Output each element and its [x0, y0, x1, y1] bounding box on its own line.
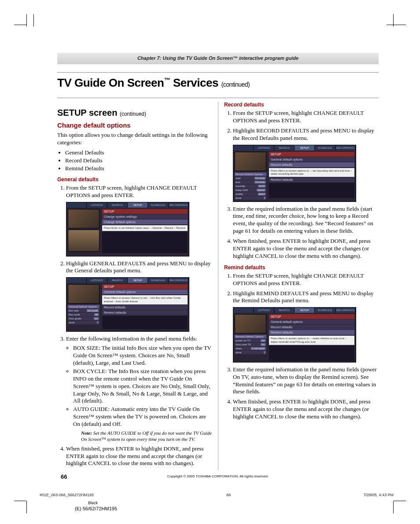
list-item: AUTO GUIDE: Automatic entry into the TV …	[73, 406, 212, 428]
panel-row: Change system settings	[102, 214, 188, 219]
step: When finished, press ENTER to highlight …	[233, 398, 379, 421]
screenshot-record-defaults: LISTINGS SEARCH SETUP SCHEDULE RECORDING…	[233, 145, 356, 202]
option-row: power on TVno	[235, 339, 266, 342]
list-item: BOX SIZE: The initial Info Box size when…	[73, 344, 212, 367]
option-row: Auto tune TVno	[235, 343, 266, 346]
section-heading: SETUP screen (continued)	[57, 108, 212, 118]
tab: SCHEDULE	[148, 278, 168, 283]
tab: LISTINGS	[254, 308, 274, 313]
step: When finished, press ENTER to highlight …	[66, 445, 212, 468]
side-label: General Default Options	[68, 305, 99, 308]
crop-mark	[394, 501, 406, 501]
note-label: Note:	[81, 430, 92, 436]
crop-mark	[14, 25, 26, 25]
tab: LISTINGS	[87, 202, 107, 208]
group-heading: Record defaults	[224, 102, 379, 108]
screenshot-remind-defaults: LISTINGS SEARCH SETUP SCHEDULE RECORDING…	[233, 307, 356, 362]
tab: LISTINGS	[254, 145, 274, 150]
crop-mark	[393, 501, 394, 513]
group-heading: General defaults	[57, 176, 212, 183]
tab	[233, 145, 254, 150]
step: Enter the following information in the p…	[66, 335, 212, 442]
panel-title: SETUP	[269, 152, 354, 157]
tab: SCHEDULE	[148, 202, 168, 208]
option-row: Box cycleall	[68, 313, 99, 316]
note: Note: Set the AUTO GUIDE to Off if you d…	[81, 430, 212, 443]
group-heading: Remind defaults	[224, 264, 379, 271]
panel-empty	[269, 346, 354, 361]
step: Highlight GENERAL DEFAULTS and press MEN…	[66, 260, 212, 275]
crop-mark	[26, 14, 27, 26]
divider	[57, 98, 379, 98]
color-separation: Black	[88, 501, 98, 505]
info-box: Press Menu to access options to: – set r…	[269, 168, 354, 177]
step: Enter the required information in the pa…	[233, 205, 379, 235]
tab: SCHEDULE	[315, 308, 335, 313]
tab: SEARCH	[274, 308, 295, 313]
thumbnail	[235, 314, 266, 333]
step: From the SETUP screen, highlight CHANGE …	[233, 110, 379, 125]
panel-row-selected: Record defaults	[269, 162, 354, 167]
trademark-icon: ™	[164, 77, 170, 84]
title-suffix: Services	[170, 76, 221, 89]
model-number: (E) 56/62/72HM195	[75, 506, 117, 511]
crop-mark	[393, 14, 394, 26]
crop-mark	[33, 14, 34, 26]
side-label: Record Default Options	[235, 172, 266, 176]
step-text: Enter the following information in the p…	[66, 335, 197, 342]
page-title: TV Guide On Screen™ Services (continued)	[57, 76, 379, 90]
option-row: endOn time	[235, 180, 266, 184]
panel-empty	[102, 316, 188, 329]
tab: SEARCH	[107, 278, 128, 283]
promo-image	[68, 230, 99, 252]
panel-row-selected: Remind defaults	[269, 330, 354, 335]
print-page: 66	[226, 493, 231, 497]
info-box: Press Menu to access Options to set: – I…	[102, 295, 188, 304]
tab: RECORDINGS	[169, 278, 189, 283]
list-item: General Defaults	[65, 149, 212, 156]
step: From the SETUP screen, highlight CHANGE …	[233, 272, 379, 287]
panel-row: General default options	[269, 157, 354, 162]
tab	[66, 202, 87, 208]
option-row: startOn time	[235, 176, 266, 180]
step: Highlight RECORD DEFAULTS and press MENU…	[233, 127, 379, 142]
divider	[57, 72, 379, 73]
note-text: Set the AUTO GUIDE to Off if you do not …	[81, 430, 212, 442]
panel-row: General default options	[269, 319, 354, 324]
tab	[66, 278, 87, 283]
copyright: Copyright © 2005 TOSHIBA CORPORATION. Al…	[57, 474, 379, 478]
panel-empty	[102, 232, 188, 253]
panel-row: Record defaults	[269, 325, 354, 330]
panel-title: SETUP	[102, 284, 188, 289]
tab-active: SETUP	[128, 278, 148, 283]
crop-mark	[387, 25, 406, 25]
option-row: Box sizeNo small	[68, 309, 99, 312]
print-date: 7/28/05, 4:43 PM	[363, 493, 394, 497]
list-item: Remind Defaults	[65, 165, 212, 172]
option-row: qualitygood	[235, 192, 266, 196]
tab-active: SETUP	[128, 202, 148, 208]
option-row: Auto guideon	[68, 317, 99, 320]
tab: SCHEDULE	[315, 145, 335, 150]
tab: RECORDINGS	[335, 145, 356, 150]
option-row: recorderVCR	[235, 184, 266, 188]
panel-row: Remind defaults	[102, 310, 188, 315]
tab-active: SETUP	[295, 308, 315, 313]
screenshot-change-default: LISTINGS SEARCH SETUP SCHEDULE RECORDING…	[66, 202, 189, 257]
section-continued: (continued)	[120, 111, 146, 117]
panel-row-selected: Change default options	[102, 220, 188, 224]
step: Enter the required information in the pa…	[233, 366, 379, 396]
tab	[233, 308, 254, 313]
list-item: Record Defaults	[65, 157, 212, 164]
side-label: Remind Default Options	[235, 335, 266, 338]
step: Highlight REMIND DEFAULTS and press MENU…	[233, 290, 379, 305]
panel-row: Remind defaults	[269, 177, 354, 182]
thumbnail	[68, 284, 99, 304]
section-main: SETUP screen	[57, 108, 120, 117]
tab: LISTINGS	[87, 278, 107, 283]
panel-row-selected: General default options	[102, 289, 188, 294]
title-main: TV Guide On Screen	[57, 76, 164, 89]
print-metadata: #01E_063-066_566272HM195 66 7/28/05, 4:4…	[40, 493, 394, 497]
thumbnail	[235, 152, 266, 171]
chapter-header: Chapter 7: Using the TV Guide On Screen™…	[57, 53, 379, 64]
